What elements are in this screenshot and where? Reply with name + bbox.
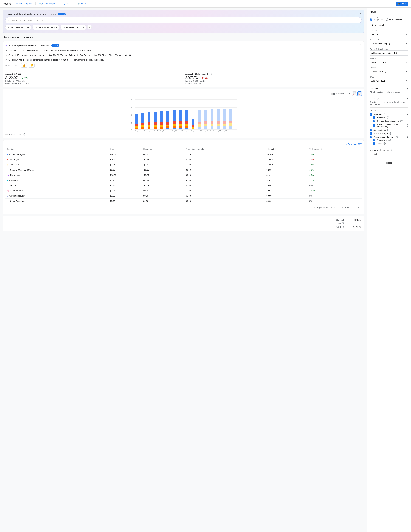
help-icon-other[interactable]: ? — [383, 142, 385, 145]
collapse-filters-button[interactable]: › — [408, 10, 409, 13]
subscriptions-cb — [370, 129, 372, 131]
show-cumulative-toggle[interactable]: Show cumulative — [331, 93, 350, 95]
help-icon-spending[interactable]: ? — [407, 124, 409, 127]
td-promotions: -$1.00 — [184, 152, 265, 157]
tax-value: — — [350, 222, 361, 224]
services-dropdown-wrap: All services (47) ▼ — [370, 69, 409, 74]
learn-button[interactable]: 🎓 Learn — [396, 1, 409, 6]
svg-rect-45 — [185, 126, 188, 128]
svg-rect-61 — [223, 109, 226, 129]
free-tiers-checkbox[interactable]: Free tiers ? — [373, 116, 409, 119]
th-service: Service — [5, 147, 108, 152]
folders-orgs-select[interactable]: All folders/organizations (28) — [370, 50, 409, 56]
filters-title: Filters › — [370, 10, 409, 13]
locations-collapsible[interactable]: Locations ▼ — [370, 87, 409, 90]
service-icon: ★ — [7, 190, 9, 192]
share-button[interactable]: 🔗 Share — [76, 1, 88, 6]
thumbs-up-button[interactable]: 👍 — [21, 63, 27, 67]
chart-controls: Show cumulative 📈 📊 — [5, 91, 362, 96]
skus-select[interactable]: All SKUs (408) — [370, 78, 409, 83]
service-name: Networking — [10, 174, 20, 176]
td-discounts: -$0.98 — [141, 157, 184, 162]
subaccounts-select[interactable]: All subaccounts (27) — [370, 41, 409, 46]
chip-scroll-right[interactable]: › — [87, 25, 92, 29]
see-all-reports-button[interactable]: ☰ See all reports — [14, 1, 34, 6]
collapse-gemini-button[interactable]: ⌃ — [360, 13, 362, 16]
help-icon-subscriptions[interactable]: ? — [387, 129, 389, 131]
subscriptions-checkbox[interactable]: Subscriptions ? — [370, 129, 409, 131]
help-icon-reseller[interactable]: ? — [389, 132, 392, 134]
sustained-use-checkbox[interactable]: Sustained use discounts ? — [373, 120, 409, 122]
labels-collapsible[interactable]: Labels ? ▼ — [370, 97, 409, 100]
invoice-month-radio[interactable]: Invoice month — [386, 19, 402, 21]
promotions-checkbox[interactable]: Promotions ? — [373, 139, 409, 141]
sidebar-divider-4 — [370, 147, 409, 147]
help-icon-labels[interactable]: ? — [376, 98, 379, 100]
table-body: ● Compute Engine $88.81 -$7.18 -$1.00 $8… — [5, 152, 362, 204]
help-icon-forecasted[interactable]: ? — [210, 73, 212, 75]
reseller-margin-checkbox[interactable]: Reseller margin ? — [370, 132, 409, 135]
services-select[interactable]: All services (47) — [370, 69, 409, 74]
main-layout: ✦ Ask Gemini Cloud Assist to find or cre… — [0, 8, 411, 532]
totals-tax-row: Tax ? — — [6, 222, 361, 224]
gemini-search-input[interactable] — [5, 17, 362, 23]
rows-per-page-select[interactable]: 10 25 50 — [330, 206, 336, 209]
forecasted-legend: Forecasted cost ? — [5, 133, 362, 136]
chevron-up-icon-promotions: ▲ — [406, 136, 409, 138]
reset-button[interactable]: Reset — [370, 160, 409, 165]
tax-checkbox[interactable]: Tax — [370, 152, 409, 155]
help-icon-forecasted-cost[interactable]: ? — [23, 133, 26, 136]
generate-query-button[interactable]: 🔍 Generate query — [37, 1, 58, 6]
chip-last-invoice[interactable]: ☁ Last invoice by service — [32, 25, 59, 30]
help-icon-invoice-charges[interactable]: ? — [390, 149, 392, 151]
current-month-dropdown-wrap: Current month Last month Custom range ▼ — [370, 22, 409, 28]
skus-label: SKUs — [370, 76, 409, 78]
download-csv-button[interactable]: ⬇ Download CSV — [346, 143, 362, 145]
print-button[interactable]: 🖨 Print — [62, 1, 72, 6]
other-checkbox[interactable]: Other ? — [373, 142, 409, 145]
table-actions: ⬇ Download CSV — [5, 143, 362, 145]
discounts-collapsible[interactable]: Discounts ? ▲ — [370, 113, 409, 115]
help-icon-total[interactable]: ? — [342, 226, 344, 228]
line-chart-button[interactable]: 📈 — [352, 91, 357, 96]
table-row: ▲ Networking $10.91 -$9.27 $0.00 $1.64 ↓… — [5, 172, 362, 178]
bar-chart-button[interactable]: 📊 — [357, 91, 362, 96]
help-icon-tax[interactable]: ? — [342, 222, 344, 224]
service-icon: ● — [7, 153, 8, 156]
th-subtotal[interactable]: ↓ Subtotal — [264, 147, 307, 152]
usage-date-radio[interactable]: Usage date — [370, 19, 383, 21]
td-service: ★ Cloud Storage — [5, 188, 108, 193]
help-icon-free-tiers[interactable]: ? — [387, 116, 389, 119]
td-promotions: $0.00 — [184, 157, 265, 162]
collapse-summary-button[interactable]: ⌃ — [360, 44, 362, 47]
thumbs-down-button[interactable]: 👎 — [29, 63, 35, 67]
td-subtotal: $0.00 — [264, 193, 307, 199]
current-month-select[interactable]: Current month Last month Custom range — [370, 22, 409, 28]
chip-services[interactable]: ☁ Services – this month — [5, 25, 31, 30]
discounts-checkbox[interactable]: Discounts ? — [370, 113, 386, 115]
help-icon-discounts[interactable]: ? — [384, 113, 386, 115]
projects-section: Projects All projects (55) ▼ — [370, 57, 409, 65]
sidebar-divider-2 — [370, 95, 409, 95]
help-icon-promotions[interactable]: ? — [389, 139, 391, 141]
prev-page-button[interactable]: ‹ — [352, 206, 355, 210]
usage-date-radio-circle — [370, 19, 372, 21]
help-icon-promotions-others[interactable]: ? — [396, 136, 398, 138]
promotions-others-checkbox[interactable]: Promotions and others ? — [370, 136, 398, 138]
svg-rect-54 — [204, 124, 207, 126]
spending-based-checkbox[interactable]: Spending based discounts (contractual) ? — [373, 123, 409, 128]
td-cost: $3.05 — [108, 167, 141, 172]
content-area: ✦ Ask Gemini Cloud Assist to find or cre… — [0, 8, 367, 532]
projects-select[interactable]: All projects (55) — [370, 60, 409, 65]
group-by-select[interactable]: Service Project SKU — [370, 32, 409, 37]
promotions-cb — [373, 139, 375, 141]
chip-projects[interactable]: ☁ Projects – this month — [60, 25, 86, 30]
metric-forecasted: August 2024 (forecasted) ? $207.73 ↑ 0.7… — [185, 73, 362, 84]
page-title: Services – this month — [2, 35, 364, 39]
next-page-button[interactable]: › — [357, 206, 360, 210]
promotions-others-collapsible[interactable]: Promotions and others ? ▲ — [370, 136, 409, 138]
table-row: ★ Cloud Functions $0.00 $0.00 $0.00 $0.0… — [5, 199, 362, 204]
help-icon-pct[interactable]: ? — [320, 148, 322, 150]
help-icon-sustained[interactable]: ? — [400, 120, 402, 122]
svg-text:Aug 9: Aug 9 — [160, 130, 164, 132]
